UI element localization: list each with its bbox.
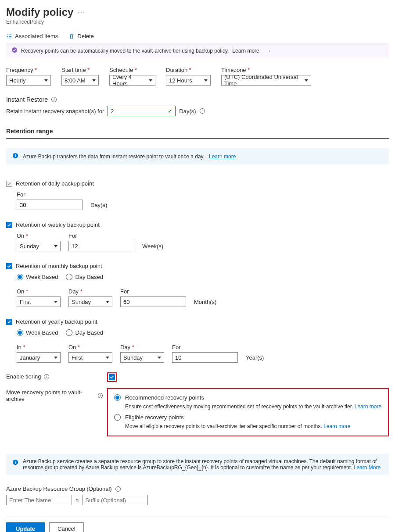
svg-rect-9	[15, 154, 15, 155]
retain-snapshot-label: Retain instant recovery snapshot(s) for	[6, 108, 104, 114]
start-time-value: 8:00 AM	[65, 77, 86, 84]
weekly-on-label: On	[17, 232, 61, 239]
duration-label: Duration	[166, 67, 211, 73]
schedule-section: Frequency Hourly Start time 8:00 AM Sche…	[6, 67, 389, 86]
yearly-for-input[interactable]	[172, 352, 238, 363]
monthly-unit: Month(s)	[194, 299, 216, 307]
associated-items-label: Associated items	[15, 33, 58, 39]
yearly-day-based-label: Day Based	[75, 329, 103, 336]
info-filled-icon	[12, 153, 18, 160]
info-icon[interactable]: i	[51, 97, 57, 102]
chevron-down-icon	[54, 301, 57, 303]
yearly-on-select[interactable]: First	[68, 352, 112, 363]
yearly-retention-checkbox[interactable]	[6, 319, 12, 325]
yearly-week-based-radio[interactable]: Week Based	[17, 329, 58, 336]
info-icon[interactable]: i	[44, 374, 49, 379]
svg-rect-12	[15, 461, 15, 461]
start-time-label: Start time	[61, 67, 99, 73]
weekly-for-input[interactable]	[68, 241, 134, 251]
delete-label: Delete	[77, 33, 94, 39]
rg-suffix-input[interactable]	[82, 495, 148, 505]
retain-snapshot-select[interactable]: 2 ✓	[108, 106, 176, 116]
recommended-points-desc: Ensure cost effectiveness by moving reco…	[125, 403, 353, 410]
weekly-on-select[interactable]: Sunday	[17, 241, 61, 251]
yearly-day-label: Day	[120, 344, 164, 350]
monthly-on-value: First	[20, 299, 31, 305]
daily-for-input[interactable]	[17, 200, 83, 210]
weekly-retention-checkbox[interactable]	[6, 222, 12, 228]
weekly-retention-label: Retention of weekly backup point	[16, 221, 100, 228]
timezone-select[interactable]: (UTC) Coordinated Universal Time	[221, 75, 311, 86]
archive-learn-more-link[interactable]: Learn more.	[232, 48, 261, 54]
weekly-on-value: Sunday	[20, 243, 39, 250]
chevron-down-icon	[54, 245, 57, 247]
eligible-learn-more-link[interactable]: Learn more	[323, 423, 350, 429]
move-recovery-points-label: Move recovery points to vault-archive	[6, 389, 95, 402]
monthly-week-based-radio[interactable]: Week Based	[17, 274, 58, 280]
cancel-button[interactable]: Cancel	[49, 522, 83, 532]
eligible-points-title: Eligible recovery points	[125, 414, 351, 421]
recommended-points-radio[interactable]	[114, 394, 121, 401]
schedule-select[interactable]: Every 4 Hours	[109, 75, 155, 86]
frequency-value: Hourly	[9, 77, 26, 84]
eligible-points-desc: Move all eligible recovery points to vau…	[125, 423, 322, 429]
daily-retention-label: Retention of daily backup point	[16, 180, 94, 187]
svg-rect-11	[15, 462, 15, 464]
monthly-retention-label: Retention of monthly backup point	[16, 263, 102, 269]
archive-banner-text: Recovery points can be automatically mov…	[21, 48, 229, 54]
chevron-down-icon	[106, 301, 109, 303]
arrow-right-icon: →	[266, 48, 271, 54]
daily-learn-more-link[interactable]: Learn more	[209, 154, 236, 160]
yearly-on-label: On	[68, 344, 112, 350]
rg-info-banner: Azure Backup service creates a separate …	[6, 454, 389, 475]
info-icon[interactable]: i	[200, 108, 205, 114]
schedule-label: Schedule	[109, 67, 155, 73]
monthly-day-based-radio[interactable]: Day Based	[66, 274, 103, 280]
command-bar: Associated items Delete	[6, 33, 389, 43]
weekly-for-label: For	[68, 232, 134, 239]
enable-tiering-highlight	[107, 372, 117, 382]
info-icon[interactable]: i	[115, 486, 121, 492]
update-button[interactable]: Update	[6, 522, 45, 532]
associated-items-button[interactable]: Associated items	[6, 33, 58, 39]
daily-for-label: For	[17, 191, 83, 198]
monthly-retention-checkbox[interactable]	[6, 263, 12, 269]
info-icon[interactable]: i	[98, 393, 103, 398]
yearly-in-select[interactable]: January	[17, 352, 61, 363]
tiering-options-highlight: Recommended recovery points Ensure cost …	[107, 388, 389, 436]
instant-restore-heading: Instant Restore i	[6, 96, 389, 103]
chevron-down-icon	[106, 357, 109, 359]
frequency-select[interactable]: Hourly	[6, 75, 51, 86]
chevron-down-icon	[54, 357, 57, 359]
enable-tiering-label: Enable tiering	[6, 373, 41, 380]
rg-name-input[interactable]	[6, 495, 72, 505]
svg-rect-8	[15, 155, 15, 157]
yearly-day-select[interactable]: Sunday	[120, 352, 164, 363]
rg-learn-more-link[interactable]: Learn More	[354, 464, 381, 471]
recommended-learn-more-link[interactable]: Learn more	[355, 403, 381, 410]
timezone-value: (UTC) Coordinated Universal Time	[224, 74, 302, 87]
monthly-day-based-label: Day Based	[75, 274, 103, 280]
monthly-day-value: Sunday	[72, 299, 91, 305]
chevron-down-icon	[158, 357, 161, 359]
list-icon	[6, 33, 12, 39]
monthly-for-input[interactable]	[120, 296, 186, 307]
monthly-for-label: For	[120, 288, 186, 295]
monthly-week-based-label: Week Based	[26, 274, 58, 280]
yearly-for-label: For	[172, 344, 238, 350]
chevron-down-icon	[92, 79, 96, 82]
yearly-day-based-radio[interactable]: Day Based	[66, 329, 103, 336]
retain-snapshot-value: 2	[111, 108, 114, 114]
rg-info-text: Azure Backup service creates a separate …	[23, 458, 377, 471]
eligible-points-radio[interactable]	[114, 414, 121, 421]
duration-select[interactable]: 12 Hours	[166, 75, 211, 86]
timezone-label: Timezone	[221, 67, 311, 73]
trash-icon	[68, 33, 75, 39]
monthly-on-select[interactable]: First	[17, 296, 61, 307]
rg-separator: n	[75, 497, 79, 503]
more-actions-icon[interactable]: ···	[78, 9, 86, 16]
start-time-select[interactable]: 8:00 AM	[61, 75, 99, 86]
delete-button[interactable]: Delete	[68, 33, 94, 39]
monthly-day-select[interactable]: Sunday	[68, 296, 112, 307]
enable-tiering-checkbox[interactable]	[109, 374, 115, 380]
